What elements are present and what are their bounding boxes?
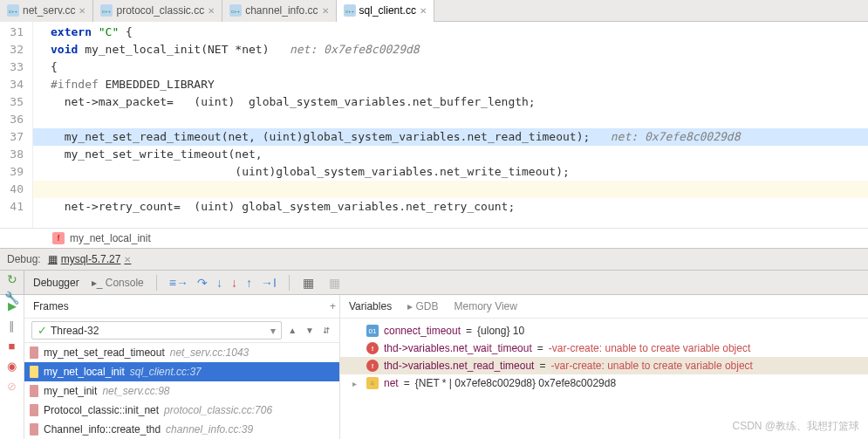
frame-location: net_serv.cc:98 bbox=[102, 385, 169, 397]
close-icon[interactable]: ✕ bbox=[322, 6, 329, 16]
stack-frame[interactable]: my_net_set_read_timeout net_serv.cc:1043 bbox=[24, 343, 339, 362]
code-line[interactable] bbox=[51, 111, 868, 128]
cpp-file-icon: c++ bbox=[344, 4, 356, 17]
tab-debugger[interactable]: Debugger bbox=[33, 277, 79, 289]
variable-error: -var-create: unable to create variable o… bbox=[549, 342, 750, 354]
step-over-icon[interactable]: ↷ bbox=[197, 276, 208, 290]
stack-frame[interactable]: Channel_info::create_thd channel_info.cc… bbox=[24, 420, 339, 439]
next-frame-icon[interactable]: ▼ bbox=[303, 326, 317, 335]
debug-header: Debug: ▦ mysql-5.7.27 ✕ bbox=[0, 248, 868, 271]
add-watch-icon[interactable]: + bbox=[330, 300, 336, 312]
close-icon[interactable]: ✕ bbox=[79, 6, 85, 16]
close-icon[interactable]: ✕ bbox=[420, 6, 427, 16]
variable-row[interactable]: !thd->variables.net_read_timeout = -var-… bbox=[340, 357, 868, 374]
thread-name: Thread-32 bbox=[51, 325, 99, 337]
chevron-right-icon[interactable]: ▸ bbox=[352, 379, 357, 388]
frame-location: protocol_classic.cc:706 bbox=[164, 404, 272, 416]
tab-variables[interactable]: Variables bbox=[349, 300, 392, 312]
prev-frame-icon[interactable]: ▲ bbox=[285, 326, 299, 335]
frame-function: Protocol_classic::init_net bbox=[44, 404, 159, 416]
tab-console[interactable]: ▸_ Console bbox=[92, 277, 144, 289]
filter-icon[interactable]: ⇵ bbox=[320, 326, 332, 335]
code-line[interactable]: extern "C" { bbox=[51, 24, 868, 41]
frame-list: my_net_set_read_timeout net_serv.cc:1043… bbox=[24, 343, 339, 439]
thread-selector-row: ✓ Thread-32 ▾ ▲ ▼ ⇵ bbox=[24, 319, 339, 343]
frame-function: Channel_info::create_thd bbox=[44, 423, 161, 436]
dropdown-icon: ▾ bbox=[270, 325, 276, 337]
code-line[interactable]: net->retry_count= (uint) global_system_v… bbox=[51, 198, 868, 216]
frame-function: my_net_set_read_timeout bbox=[44, 346, 165, 359]
file-tabs: c++net_serv.cc✕ c++protocol_classic.cc✕ … bbox=[0, 0, 868, 22]
show-execution-icon[interactable]: ≡→ bbox=[169, 276, 188, 290]
code-line[interactable]: my_net_set_read_timeout(net, (uint)globa… bbox=[51, 128, 868, 146]
view-breakpoints-icon[interactable]: ◉ bbox=[5, 359, 19, 373]
frame-location: channel_info.cc:39 bbox=[166, 423, 253, 436]
debug-label: Debug: bbox=[7, 253, 41, 265]
code-line[interactable] bbox=[51, 181, 868, 198]
tab-sql-client[interactable]: c++sql_client.cc✕ bbox=[337, 0, 434, 22]
frame-icon bbox=[30, 404, 38, 416]
evaluate-icon[interactable]: ▦ bbox=[302, 276, 316, 290]
debug-toolbar: ↻ 🔧 Debugger ▸_ Console ≡→ ↷ ↓ ↓ ↑ →I ▦ … bbox=[0, 271, 868, 295]
step-into-icon[interactable]: ↓ bbox=[216, 276, 222, 290]
code-line[interactable]: void my_net_local_init(NET *net) net: 0x… bbox=[51, 41, 868, 58]
error-icon: ! bbox=[366, 342, 379, 354]
debug-run-column: ▶ ∥ ■ ◉ ⊘ bbox=[0, 295, 24, 439]
tab-protocol-classic[interactable]: c++protocol_classic.cc✕ bbox=[93, 0, 222, 22]
variable-value: {NET * | 0x7efe8c0029d8} 0x7efe8c0029d8 bbox=[415, 377, 616, 389]
step-out-icon[interactable]: ↑ bbox=[246, 276, 252, 290]
tab-channel-info[interactable]: c++channel_info.cc✕ bbox=[222, 0, 336, 22]
variable-row[interactable]: !thd->variables.net_wait_timeout = -var-… bbox=[340, 340, 868, 357]
tab-memory-view[interactable]: Memory View bbox=[455, 300, 517, 312]
stack-frame[interactable]: my_net_init net_serv.cc:98 bbox=[24, 381, 339, 401]
variable-list: 01connect_timeout = {ulong} 10!thd->vari… bbox=[340, 319, 868, 395]
resume-icon[interactable]: ▶ bbox=[5, 298, 19, 312]
svg-text:c++: c++ bbox=[231, 9, 241, 14]
frame-icon bbox=[30, 423, 38, 436]
frame-icon bbox=[30, 366, 38, 378]
tab-gdb[interactable]: ▸ GDB bbox=[407, 300, 438, 312]
stack-frame[interactable]: Protocol_classic::init_net protocol_clas… bbox=[24, 401, 339, 420]
mute-breakpoints-icon[interactable]: ⊘ bbox=[5, 379, 19, 393]
primitive-icon: 01 bbox=[366, 325, 379, 337]
frame-icon bbox=[30, 346, 38, 359]
stop-icon[interactable]: ■ bbox=[5, 339, 19, 353]
variable-name: thd->variables.net_wait_timeout bbox=[384, 342, 532, 354]
frames-header: Frames bbox=[24, 295, 339, 319]
svg-text:c++: c++ bbox=[345, 9, 355, 14]
variable-row[interactable]: 01connect_timeout = {ulong} 10 bbox=[340, 322, 868, 340]
app-icon: ▦ bbox=[48, 253, 58, 265]
code-line[interactable]: my_net_set_write_timeout(net, bbox=[51, 146, 868, 163]
force-step-into-icon[interactable]: ↓ bbox=[231, 276, 237, 290]
close-icon[interactable]: ✕ bbox=[124, 255, 131, 264]
tab-net-serv[interactable]: c++net_serv.cc✕ bbox=[0, 0, 93, 22]
run-to-cursor-icon[interactable]: →I bbox=[261, 276, 277, 290]
code-line[interactable]: (uint)global_system_variables.net_write_… bbox=[51, 163, 868, 181]
frame-icon bbox=[30, 385, 38, 397]
stack-frame[interactable]: my_net_local_init sql_client.cc:37 bbox=[24, 362, 339, 381]
code-line[interactable]: net->max_packet= (uint) global_system_va… bbox=[51, 93, 868, 111]
variable-error: -var-create: unable to create variable o… bbox=[550, 360, 752, 372]
thread-select[interactable]: ✓ Thread-32 ▾ bbox=[31, 321, 282, 340]
breadcrumb-function[interactable]: my_net_local_init bbox=[70, 232, 151, 244]
object-icon: ≡ bbox=[366, 377, 379, 389]
debug-session-tab[interactable]: ▦ mysql-5.7.27 ✕ bbox=[48, 253, 132, 265]
rerun-icon[interactable]: ↻ bbox=[5, 272, 19, 286]
frame-function: my_net_local_init bbox=[44, 366, 125, 378]
breadcrumb: f my_net_local_init bbox=[0, 228, 868, 248]
tab-label: protocol_classic.cc bbox=[116, 4, 204, 17]
code-editor[interactable]: 3132333435363738394041 extern "C" {void … bbox=[0, 22, 868, 228]
code-line[interactable]: #ifndef EMBEDDED_LIBRARY bbox=[51, 76, 868, 93]
debug-side-actions: ↻ 🔧 bbox=[0, 271, 24, 294]
frame-location: sql_client.cc:37 bbox=[130, 366, 202, 378]
more-icon[interactable]: ▦ bbox=[328, 276, 342, 290]
code-area[interactable]: extern "C" {void my_net_local_init(NET *… bbox=[33, 22, 868, 228]
pause-icon[interactable]: ∥ bbox=[5, 319, 19, 333]
step-controls: ≡→ ↷ ↓ ↓ ↑ →I bbox=[169, 276, 277, 290]
frame-location: net_serv.cc:1043 bbox=[170, 346, 249, 359]
tab-label: net_serv.cc bbox=[23, 4, 75, 17]
close-icon[interactable]: ✕ bbox=[208, 6, 215, 16]
code-line[interactable]: { bbox=[51, 58, 868, 76]
variable-row[interactable]: ▸≡net = {NET * | 0x7efe8c0029d8} 0x7efe8… bbox=[340, 374, 868, 392]
variable-name: net bbox=[384, 377, 399, 389]
